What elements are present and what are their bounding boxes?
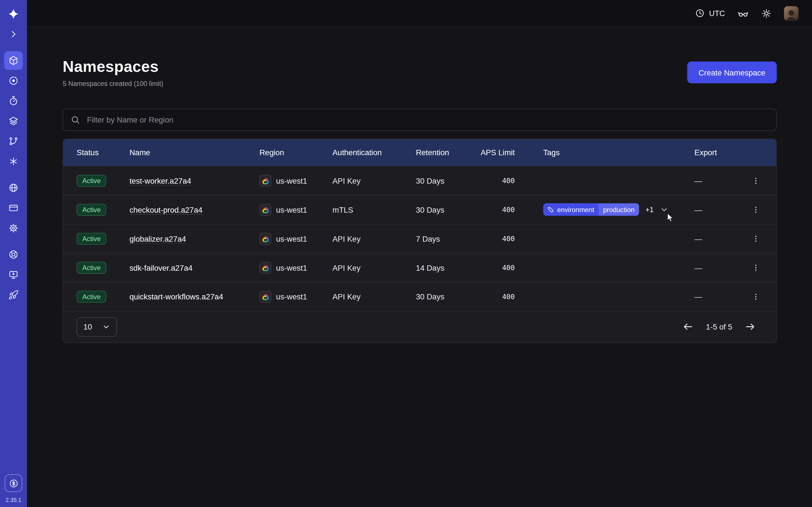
gcp-icon [259, 262, 271, 273]
pagination: 1-5 of 5 [682, 321, 756, 332]
namespace-link[interactable]: sdk-failover.a27a4 [130, 263, 193, 272]
retention-cell: 30 Days [416, 205, 480, 214]
temporal-logo-icon[interactable] [4, 5, 23, 23]
row-menu-button[interactable] [748, 203, 763, 216]
column-tags: Tags [543, 148, 695, 157]
filter-input[interactable] [86, 115, 769, 124]
page-header: Namespaces 5 Namespaces created (100 lim… [63, 58, 777, 87]
retention-cell: 30 Days [416, 176, 480, 185]
sidebar-item-quickstart[interactable] [4, 286, 23, 304]
gcp-icon [259, 233, 271, 244]
column-authentication: Authentication [333, 148, 416, 157]
sidebar-item-deployments[interactable] [4, 132, 23, 151]
aps-cell: 400 [480, 263, 543, 272]
sidebar-bottom: 2.35.1 [5, 474, 22, 507]
namespace-link[interactable]: test-worker.a27a4 [130, 176, 191, 185]
usage-icon[interactable] [5, 474, 22, 492]
row-menu-button[interactable] [748, 261, 763, 274]
auth-cell: API Key [333, 234, 416, 243]
column-retention: Retention [416, 148, 480, 157]
row-menu-button[interactable] [748, 174, 763, 187]
topbar: UTC [27, 0, 812, 27]
export-cell: — [695, 263, 741, 272]
sidebar-item-connectivity[interactable] [4, 152, 23, 171]
clock-icon [695, 8, 705, 18]
sidebar: 2.35.1 [0, 0, 27, 507]
search-icon [70, 115, 80, 124]
pagination-range: 1-5 of 5 [706, 322, 732, 331]
export-cell: — [695, 205, 741, 214]
tag-value-label: production [598, 203, 639, 216]
auth-cell: mTLS [333, 205, 416, 214]
aps-cell: 400 [480, 234, 543, 242]
status-badge: Active [77, 204, 106, 216]
avatar[interactable] [784, 6, 799, 20]
namespace-link[interactable]: quickstart-workflows.a27a4 [130, 292, 223, 301]
page-title: Namespaces [63, 58, 163, 76]
sidebar-item-billing[interactable] [4, 199, 23, 217]
auth-cell: API Key [333, 176, 416, 185]
previous-page-button[interactable] [682, 321, 694, 332]
tag-key-label: environment [557, 206, 594, 214]
table-row: Active checkout-prod.a27a4 us-west1 mTLS… [63, 195, 776, 224]
status-badge: Active [77, 262, 106, 273]
sidebar-item-schedules[interactable] [4, 92, 23, 110]
export-cell: — [695, 292, 741, 301]
page-subtitle: 5 Namespaces created (100 limit) [63, 79, 163, 87]
column-region: Region [259, 148, 333, 157]
sidebar-expand-chevron-icon[interactable] [4, 25, 23, 43]
sidebar-item-namespaces[interactable] [4, 51, 23, 70]
create-namespace-button[interactable]: Create Namespace [687, 62, 777, 83]
next-page-button[interactable] [745, 321, 756, 332]
table-row: Active test-worker.a27a4 us-west1 API Ke… [63, 166, 776, 195]
table-footer: 10 1-5 of 5 [63, 311, 776, 342]
retention-cell: 14 Days [416, 263, 480, 272]
export-cell: — [695, 234, 741, 243]
main-content: Namespaces 5 Namespaces created (100 lim… [27, 27, 812, 507]
timezone-selector[interactable]: UTC [695, 8, 725, 18]
region-label: us-west1 [276, 234, 307, 243]
table-row: Active quickstart-workflows.a27a4 us-wes… [63, 282, 776, 311]
table-row: Active globalizer.a27a4 us-west1 API Key… [63, 224, 776, 252]
tag-chip[interactable]: environment production [543, 203, 639, 216]
export-cell: — [695, 176, 741, 185]
region-label: us-west1 [276, 292, 307, 301]
aps-cell: 400 [480, 176, 543, 184]
table-body: Active test-worker.a27a4 us-west1 API Ke… [63, 166, 776, 311]
auth-cell: API Key [333, 292, 416, 301]
retention-cell: 7 Days [416, 234, 480, 243]
auth-cell: API Key [333, 263, 416, 272]
sun-icon[interactable] [761, 8, 772, 18]
timezone-label: UTC [709, 9, 725, 17]
sidebar-item-settings[interactable] [4, 219, 23, 237]
glasses-icon[interactable] [738, 8, 749, 19]
filter-bar [63, 108, 777, 131]
status-badge: Active [77, 290, 106, 302]
gcp-icon [259, 175, 271, 186]
sidebar-item-getting-started[interactable] [4, 265, 23, 284]
page-size-select[interactable]: 10 [77, 317, 117, 337]
sidebar-item-layers[interactable] [4, 112, 23, 130]
tags-cell: environment production +1 [543, 203, 695, 216]
column-status: Status [77, 148, 130, 157]
region-label: us-west1 [276, 263, 307, 272]
region-label: us-west1 [276, 176, 307, 185]
row-menu-button[interactable] [748, 290, 763, 303]
sidebar-item-nexus[interactable] [4, 71, 23, 90]
aps-cell: 400 [480, 205, 543, 214]
row-menu-button[interactable] [748, 232, 763, 245]
column-aps-limit: APS Limit [480, 148, 543, 157]
retention-cell: 30 Days [416, 292, 480, 301]
namespace-link[interactable]: checkout-prod.a27a4 [130, 205, 202, 214]
aps-cell: 400 [480, 292, 543, 300]
table-row: Active sdk-failover.a27a4 us-west1 API K… [63, 252, 776, 282]
sidebar-item-support[interactable] [4, 245, 23, 264]
gcp-icon [259, 290, 271, 302]
namespace-link[interactable]: globalizer.a27a4 [130, 234, 186, 243]
app-window: 2.35.1 UTC Namespaces 5 Namespaces creat… [0, 0, 812, 507]
tags-expand-chevron[interactable] [660, 205, 668, 214]
tag-icon [547, 206, 554, 213]
status-badge: Active [77, 175, 106, 186]
sidebar-item-regions[interactable] [4, 179, 23, 197]
app-version: 2.35.1 [6, 497, 21, 503]
